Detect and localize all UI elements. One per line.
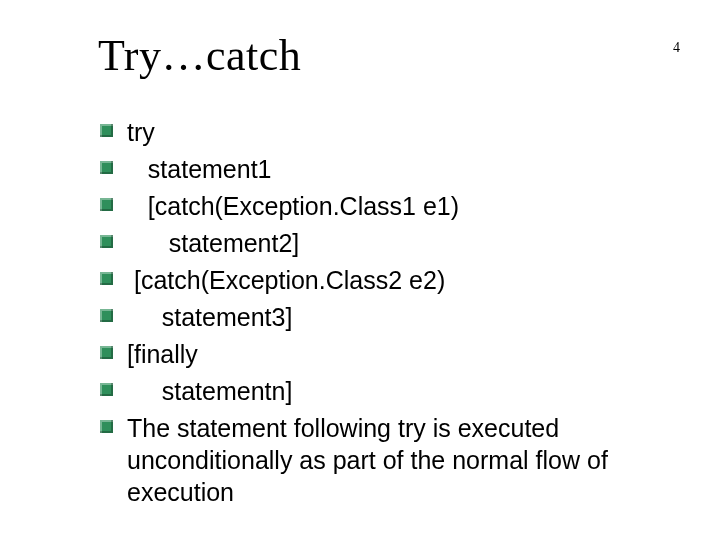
square-bullet-icon	[100, 272, 113, 285]
list-item: [catch(Exception.Class1 e1)	[100, 190, 680, 222]
square-bullet-icon	[100, 309, 113, 322]
slide-title: Try…catch	[98, 30, 301, 81]
square-bullet-icon	[100, 198, 113, 211]
square-bullet-icon	[100, 383, 113, 396]
list-item-text: statement3]	[127, 301, 292, 333]
list-item: statement3]	[100, 301, 680, 333]
list-item: [finally	[100, 338, 680, 370]
square-bullet-icon	[100, 420, 113, 433]
list-item: try	[100, 116, 680, 148]
list-item-text: [catch(Exception.Class2 e2)	[127, 264, 445, 296]
list-item-text: The statement following try is executed …	[127, 412, 680, 508]
list-item: [catch(Exception.Class2 e2)	[100, 264, 680, 296]
square-bullet-icon	[100, 235, 113, 248]
list-item-text: statement1	[127, 153, 272, 185]
slide-body: try statement1 [catch(Exception.Class1 e…	[100, 116, 680, 513]
square-bullet-icon	[100, 124, 113, 137]
list-item: statement2]	[100, 227, 680, 259]
list-item: statement1	[100, 153, 680, 185]
square-bullet-icon	[100, 346, 113, 359]
list-item: The statement following try is executed …	[100, 412, 680, 508]
list-item-text: try	[127, 116, 155, 148]
list-item-text: [finally	[127, 338, 198, 370]
list-item-text: statementn]	[127, 375, 292, 407]
square-bullet-icon	[100, 161, 113, 174]
list-item: statementn]	[100, 375, 680, 407]
list-item-text: [catch(Exception.Class1 e1)	[127, 190, 459, 222]
list-item-text: statement2]	[127, 227, 299, 259]
page-number: 4	[673, 40, 680, 56]
